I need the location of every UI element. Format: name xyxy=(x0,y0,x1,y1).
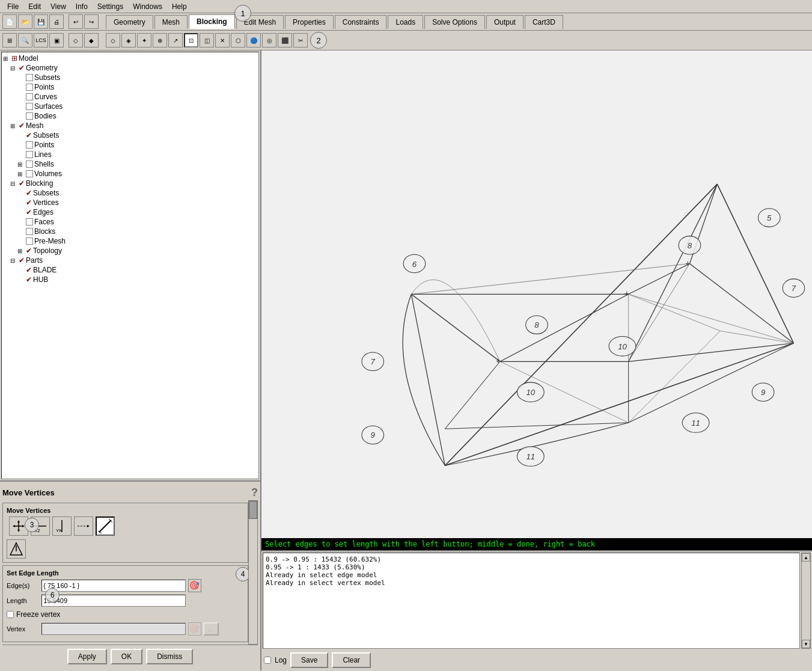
tree-bodies-label: Bodies xyxy=(34,112,56,120)
tree-premesh[interactable]: Pre-Mesh xyxy=(3,236,257,246)
tree-model[interactable]: ⊞ ⊞ Model xyxy=(3,54,257,63)
ok-button[interactable]: OK xyxy=(111,649,142,664)
section-label: Move Vertices xyxy=(7,507,244,514)
toolbar-open[interactable]: 📂 xyxy=(18,14,32,29)
panel-title-text: Move Vertices xyxy=(2,488,55,497)
menu-settings[interactable]: Settings xyxy=(93,1,128,12)
tree-curves[interactable]: Curves xyxy=(3,92,257,102)
freeze-vertex-checkbox[interactable] xyxy=(7,611,14,618)
tree-parts[interactable]: ⊟ ✔ Parts xyxy=(3,256,257,265)
edge-input[interactable] xyxy=(41,580,186,592)
status-message: Select edges to set length with the left… xyxy=(265,540,595,548)
tree-subsets3[interactable]: ✔ Subsets xyxy=(3,188,257,198)
vertex-ellipsis-btn[interactable]: ... xyxy=(203,622,219,636)
tb-block-1[interactable]: ◇ xyxy=(106,33,120,47)
tb-icon-b1[interactable]: ◇ xyxy=(69,33,83,47)
tb-block-10[interactable]: 🔵 xyxy=(246,33,261,47)
tb-block-12[interactable]: ⬛ xyxy=(278,33,292,47)
menu-info[interactable]: Info xyxy=(71,1,93,12)
log-clear-btn[interactable]: Clear xyxy=(332,652,371,668)
tree-subsets1[interactable]: Subsets xyxy=(3,73,257,82)
menu-windows[interactable]: Windows xyxy=(128,1,167,12)
tree-bodies[interactable]: Bodies xyxy=(3,111,257,121)
tb-block-5[interactable]: ↗ xyxy=(168,33,183,47)
toolbar-redo[interactable]: ↪ xyxy=(84,14,99,29)
vertex-input[interactable] xyxy=(41,623,186,635)
tree-blocking-label: Blocking xyxy=(26,179,53,188)
tab-cart3d[interactable]: Cart3D xyxy=(525,15,563,29)
move-vertices-section: Move Vertices 3 X2 xyxy=(2,503,248,563)
dismiss-button[interactable]: Dismiss xyxy=(146,649,193,664)
toolbar-icon4[interactable]: 🖨 xyxy=(49,14,64,29)
svg-line-12 xyxy=(99,520,111,532)
mv-tool-4[interactable] xyxy=(74,516,93,536)
mv-tool-3[interactable]: YK xyxy=(52,516,72,536)
toolbar-new[interactable]: 📄 xyxy=(2,14,17,29)
tree-mesh[interactable]: ⊞ ✔ Mesh xyxy=(3,121,257,130)
tree-shells[interactable]: ⊞ Shells xyxy=(3,159,257,169)
help-icon[interactable]: ? xyxy=(251,486,258,499)
tb-block-11[interactable]: ◎ xyxy=(262,33,276,47)
vertex-field-group: Vertex 🎯 ... xyxy=(7,622,244,636)
tree-vertices[interactable]: ✔ Vertices xyxy=(3,198,257,207)
tb-block-7[interactable]: ◫ xyxy=(200,33,214,47)
length-input[interactable] xyxy=(41,595,186,607)
tree-area[interactable]: ⊞ ⊞ Model ⊟ ✔ Geometry Subsets xyxy=(1,52,259,479)
tb-block-2[interactable]: ◈ xyxy=(121,33,136,47)
tab-geometry[interactable]: Geometry xyxy=(106,15,153,29)
apply-button[interactable]: Apply xyxy=(67,649,107,664)
tb-block-4[interactable]: ⊕ xyxy=(153,33,167,47)
tree-blade[interactable]: ✔ BLADE xyxy=(3,265,257,275)
tree-topology-label: Topology xyxy=(33,247,62,255)
tb-block-8[interactable]: ✕ xyxy=(215,33,230,47)
tb-block-9[interactable]: ⬡ xyxy=(231,33,245,47)
tree-volumes[interactable]: ⊞ Volumes xyxy=(3,169,257,179)
menu-view[interactable]: View xyxy=(46,1,71,12)
tree-blocks[interactable]: Blocks xyxy=(3,227,257,236)
tree-parts-label: Parts xyxy=(26,256,43,265)
log-checkbox[interactable] xyxy=(264,657,271,664)
tb-block-6[interactable]: ⊡ xyxy=(184,33,198,47)
tab-loads[interactable]: Loads xyxy=(388,15,423,29)
tab-blocking[interactable]: Blocking xyxy=(189,14,235,29)
tb-block-13[interactable]: ✂ xyxy=(293,33,308,47)
toolbar-undo[interactable]: ↩ xyxy=(69,14,83,29)
tree-blocking[interactable]: ⊟ ✔ Blocking xyxy=(3,179,257,188)
tb-icon-a4[interactable]: ▣ xyxy=(49,33,64,47)
tab-solveoptions[interactable]: Solve Options xyxy=(424,15,485,29)
tree-topology[interactable]: ⊞ ✔ Topology xyxy=(3,246,257,256)
edge-pick-btn[interactable]: 🎯 xyxy=(188,579,201,592)
log-scrollbar[interactable]: ▲ ▼ xyxy=(801,553,811,649)
canvas-area[interactable]: + + + 5 6 7 7 8 xyxy=(261,51,812,550)
tab-output[interactable]: Output xyxy=(486,15,524,29)
tab-mesh[interactable]: Mesh xyxy=(154,15,188,29)
svg-text:11: 11 xyxy=(691,418,700,427)
tree-points2[interactable]: Points xyxy=(3,140,257,150)
tree-geometry[interactable]: ⊟ ✔ Geometry xyxy=(3,63,257,73)
panel-scrollbar[interactable] xyxy=(248,500,258,645)
tab-constraints[interactable]: Constraints xyxy=(335,15,387,29)
tree-edges[interactable]: ✔ Edges xyxy=(3,207,257,217)
mv-apply-icon[interactable] xyxy=(7,539,26,559)
tree-faces[interactable]: Faces xyxy=(3,217,257,227)
log-line-2: 0.95 -> 1 : 1433 (5.630%) xyxy=(266,563,797,571)
set-edge-length-section: Set Edge Length 4 Edge(s) 🎯 Length xyxy=(2,565,248,643)
tb-icon-a1[interactable]: ⊞ xyxy=(2,33,17,47)
tree-points1[interactable]: Points xyxy=(3,82,257,92)
tree-subsets2[interactable]: ✔ Subsets xyxy=(3,130,257,140)
menu-help[interactable]: Help xyxy=(167,1,192,12)
menu-file[interactable]: File xyxy=(2,1,23,12)
log-save-btn[interactable]: Save xyxy=(290,652,328,668)
menu-edit[interactable]: Edit xyxy=(23,1,46,12)
mv-tool-5[interactable] xyxy=(96,516,115,536)
tab-properties[interactable]: Properties xyxy=(285,15,334,29)
tree-lines[interactable]: Lines xyxy=(3,150,257,159)
tb-icon-a3[interactable]: LCS xyxy=(34,33,48,47)
tb-block-3[interactable]: ✦ xyxy=(137,33,151,47)
tree-hub[interactable]: ✔ HUB xyxy=(3,275,257,284)
vertex-pick-btn[interactable]: 🎯 xyxy=(188,622,201,636)
tb-icon-a2[interactable]: 🔍 xyxy=(18,33,32,47)
tb-icon-b2[interactable]: ◆ xyxy=(84,33,99,47)
toolbar-save[interactable]: 💾 xyxy=(34,14,48,29)
tree-surfaces[interactable]: Surfaces xyxy=(3,102,257,111)
